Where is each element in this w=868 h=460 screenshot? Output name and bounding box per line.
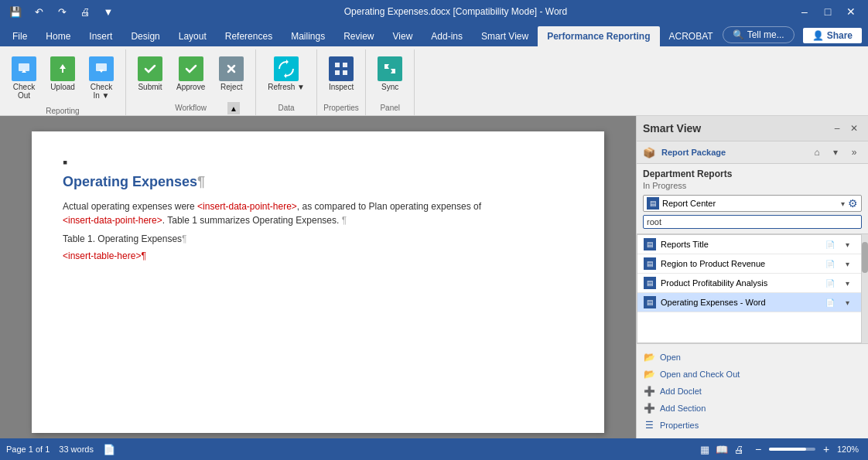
list-item-action-0[interactable]: 📄	[822, 238, 838, 250]
submit-label: Submit	[138, 83, 162, 91]
tab-addins[interactable]: Add-ins	[422, 26, 472, 46]
share-btn[interactable]: 👤 Share	[803, 28, 862, 43]
action-open[interactable]: 📂 Open	[643, 349, 862, 366]
print-preview-qat-btn[interactable]: 🖨	[76, 2, 94, 21]
redo-qat-btn[interactable]: ↷	[53, 2, 71, 21]
sv-expand-btn[interactable]: »	[846, 145, 862, 160]
view-layout-btn[interactable]: ▦	[700, 444, 709, 455]
list-item-reports-title[interactable]: ▤ Reports Title 📄 ▾	[637, 235, 861, 254]
check-in-btn[interactable]: CheckIn ▼	[84, 53, 119, 104]
view-print-btn[interactable]: 🖨	[734, 444, 744, 455]
tell-me-btn[interactable]: 🔍 Tell me...	[723, 26, 795, 43]
sv-close-btn[interactable]: ✕	[846, 121, 862, 136]
list-item-icon-1: ▤	[644, 257, 656, 270]
document-page: ▪ Operating Expenses¶ Actual operating e…	[32, 131, 604, 433]
insert-link-2[interactable]: <insert‑data‑point‑here>	[63, 215, 162, 226]
open-icon: 📂	[643, 351, 655, 363]
reject-btn[interactable]: Reject	[214, 53, 249, 95]
list-item-action-2[interactable]: 📄	[822, 277, 838, 289]
action-add-doclet[interactable]: ➕ Add Doclet	[643, 383, 862, 400]
submit-btn[interactable]: Submit	[132, 53, 168, 95]
zoom-level: 120%	[837, 445, 862, 454]
undo-qat-btn[interactable]: ↶	[29, 2, 48, 21]
sv-home-btn[interactable]: ⌂	[809, 145, 825, 160]
tab-design[interactable]: Design	[121, 26, 169, 46]
sv-minimize-btn[interactable]: –	[829, 121, 845, 136]
list-item-btns-0: 📄 ▾	[822, 238, 855, 250]
zoom-slider[interactable]	[769, 448, 815, 451]
list-item-action-1[interactable]: 📄	[822, 257, 838, 270]
sv-dropdown-arrow-icon[interactable]: ▾	[841, 199, 845, 208]
inspect-icon	[329, 56, 354, 81]
approve-btn[interactable]: Approve	[171, 53, 210, 95]
list-item-dropdown-3[interactable]: ▾	[839, 296, 855, 308]
list-item-dropdown-1[interactable]: ▾	[839, 257, 855, 270]
sv-root-input[interactable]	[643, 215, 862, 229]
sv-scrollbar[interactable]	[862, 234, 868, 343]
tab-file[interactable]: File	[3, 26, 36, 46]
insert-link-1[interactable]: <insert‑data‑point‑here>	[197, 201, 297, 212]
tab-references[interactable]: References	[216, 26, 282, 46]
action-properties[interactable]: ☰ Properties	[643, 417, 862, 434]
list-item-operating-expenses[interactable]: ▤ Operating Expenses - Word 📄 ▾	[637, 293, 861, 312]
svg-rect-2	[335, 63, 340, 67]
list-item-dropdown-2[interactable]: ▾	[839, 277, 855, 289]
restore-btn[interactable]: □	[817, 3, 839, 20]
smart-view-panel: Smart View – ✕ 📦 Report Package ⌂ ▾ » De…	[636, 116, 868, 438]
sv-panel-icon: 📦	[643, 147, 655, 158]
action-open-checkout[interactable]: 📂 Open and Check Out	[643, 366, 862, 383]
document-area: ▪ Operating Expenses¶ Actual operating e…	[0, 116, 636, 438]
view-read-btn[interactable]: 📖	[716, 444, 728, 455]
tab-home[interactable]: Home	[36, 26, 80, 46]
workflow-group-label: Workflow	[175, 104, 207, 115]
list-item-region-revenue[interactable]: ▤ Region to Product Revenue 📄 ▾	[637, 254, 861, 274]
doc-paragraph-1: Actual operating expenses were <insert‑d…	[63, 199, 573, 227]
panel-buttons: Sync	[372, 49, 408, 104]
svg-rect-4	[335, 70, 340, 75]
zoom-out-btn[interactable]: −	[750, 441, 766, 457]
sync-btn[interactable]: Sync	[372, 53, 408, 95]
sync-icon	[378, 56, 402, 81]
sv-actions-panel: 📂 Open 📂 Open and Check Out ➕ Add Doclet…	[637, 343, 868, 438]
sv-dropdown-nav-btn[interactable]: ▾	[828, 145, 843, 160]
ribbon-group-panel: Sync Panel	[366, 49, 415, 115]
tab-insert[interactable]: Insert	[80, 26, 121, 46]
action-open-label: Open	[660, 353, 681, 362]
refresh-label: Refresh ▼	[268, 83, 305, 91]
tab-smartview[interactable]: Smart View	[472, 26, 538, 46]
tab-mailings[interactable]: Mailings	[282, 26, 334, 46]
tab-review[interactable]: Review	[334, 26, 383, 46]
status-bar: Page 1 of 1 33 words 📄 ▦ 📖 🖨 − + 120%	[0, 438, 868, 460]
tab-performance-reporting[interactable]: Performance Reporting	[538, 26, 659, 46]
upload-btn[interactable]: Upload	[45, 53, 80, 95]
refresh-btn[interactable]: Refresh ▼	[262, 53, 310, 95]
list-item-product-profitability[interactable]: ▤ Product Profitability Analysis 📄 ▾	[637, 274, 861, 293]
zoom-in-btn[interactable]: +	[818, 441, 834, 457]
sv-gear-icon[interactable]: ⚙	[848, 197, 858, 210]
tab-view[interactable]: View	[384, 26, 422, 46]
sv-report-center-dropdown[interactable]: ▤ Report Center ▾ ⚙	[643, 195, 862, 212]
status-right-area: ▦ 📖 🖨 − + 120%	[700, 441, 862, 457]
inspect-btn[interactable]: Inspect	[323, 53, 359, 95]
save-qat-btn[interactable]: 💾	[6, 2, 25, 21]
customize-qat-btn[interactable]: ▼	[99, 2, 118, 21]
layout-icon[interactable]: 📄	[103, 444, 115, 455]
collapse-ribbon-btn[interactable]: ▲	[227, 102, 240, 114]
action-open-checkout-label: Open and Check Out	[660, 370, 740, 379]
minimize-btn[interactable]: –	[794, 3, 815, 20]
refresh-icon	[274, 56, 299, 81]
tab-layout[interactable]: Layout	[169, 26, 216, 46]
list-item-action-3[interactable]: 📄	[822, 296, 838, 308]
close-btn[interactable]: ✕	[840, 3, 862, 20]
word-count: 33 words	[59, 445, 94, 454]
tab-acrobat[interactable]: ACROBAT	[660, 26, 723, 46]
doc-bullet: ▪	[63, 155, 573, 171]
properties-icon: ☰	[643, 419, 655, 431]
check-out-btn[interactable]: CheckOut	[6, 53, 42, 104]
action-add-section-label: Add Section	[660, 404, 706, 413]
action-add-section[interactable]: ➕ Add Section	[643, 400, 862, 417]
doc-insert-table[interactable]: <insert‑table‑here>¶	[63, 250, 573, 261]
list-item-dropdown-0[interactable]: ▾	[839, 238, 855, 250]
check-in-icon	[89, 56, 114, 81]
sv-header-buttons: – ✕	[829, 121, 862, 136]
